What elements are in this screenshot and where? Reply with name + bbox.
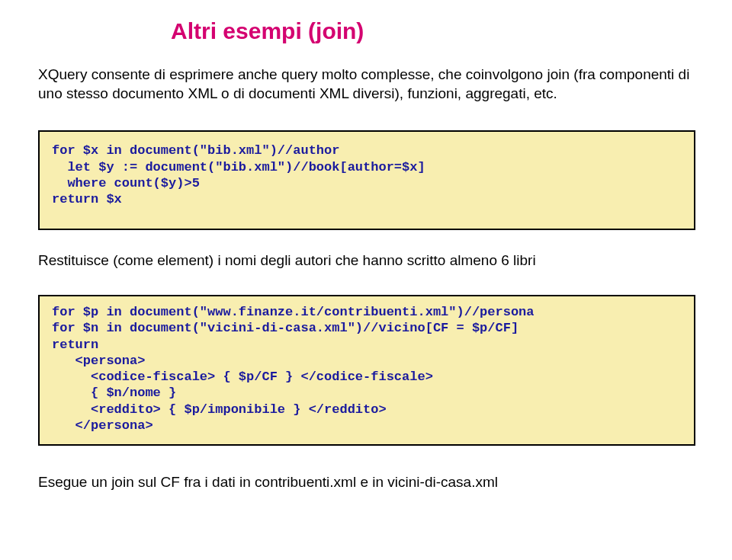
outro-text: Esegue un join sul CF fra i dati in cont…: [38, 473, 714, 492]
code-block-1: for $x in document("bib.xml")//author le…: [38, 130, 695, 230]
mid-text: Restituisce (come element) i nomi degli …: [38, 251, 714, 270]
slide-title: Altri esempi (join): [171, 18, 714, 44]
code-block-2: for $p in document("www.finanze.it/contr…: [38, 295, 695, 446]
intro-text: XQuery consente di esprimere anche query…: [38, 66, 714, 103]
